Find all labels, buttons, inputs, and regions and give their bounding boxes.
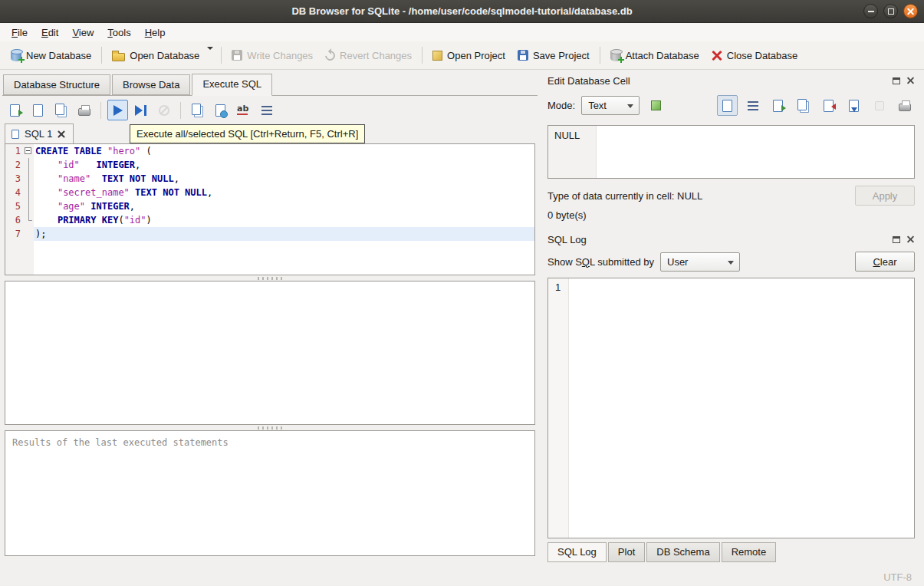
print-sql-button[interactable] [74,100,94,120]
dock-tab-remote[interactable]: Remote [722,542,777,562]
fold-column [24,158,34,172]
code-line: "id" INTEGER, [34,158,534,172]
new-database-button[interactable]: New Database [5,46,97,65]
menu-item-tools[interactable]: Tools [100,25,137,41]
float-dock-icon[interactable] [893,236,900,243]
editor-line[interactable]: 1CREATE TABLE "hero" ( [5,144,534,158]
set-null-button [869,95,889,116]
sql-editor-tab[interactable]: SQL 1 [5,123,74,143]
results-grid[interactable] [5,281,535,425]
close-dock-icon[interactable] [906,235,915,244]
tab-browse-data[interactable]: Browse Data [112,74,190,95]
write-changes-icon [232,50,242,61]
chevron-down-icon [207,47,213,61]
export-cell-button[interactable] [818,95,839,116]
clear-log-label: Clear [873,256,896,268]
editor-line[interactable]: 4 "secret_name" TEXT NOT NULL, [5,186,534,199]
open-project-button[interactable]: Open Project [426,46,511,65]
splitter-handle[interactable] [2,425,538,430]
save-results-button[interactable] [187,100,208,120]
code-line: CREATE TABLE "hero" ( [34,144,534,158]
print-cell-button[interactable] [894,95,915,116]
open-project-icon [432,51,442,61]
maximize-button[interactable] [883,4,898,18]
close-tab-icon[interactable] [58,130,65,138]
close-database-label: Close Database [727,50,798,61]
tab-database-structure[interactable]: Database Structure [3,74,110,95]
edit-cell-header: Edit Database Cell [547,72,915,89]
minimize-button[interactable] [863,4,878,18]
app-window: DB Browser for SQLite - /home/user/code/… [0,0,924,586]
open-database-button[interactable]: Open Database [106,45,206,65]
save-sql-as-button[interactable] [51,100,71,120]
save-project-label: Save Project [533,50,590,61]
mode-select[interactable]: Text [581,96,640,115]
clear-log-button[interactable]: Clear [855,252,915,272]
save-project-button[interactable]: Save Project [511,46,596,65]
edit-cell-title: Edit Database Cell [547,75,886,87]
stop-execution-icon [159,105,169,116]
fold-column [24,213,34,227]
text-mode-button[interactable] [717,95,738,116]
sql-editor-tab-label: SQL 1 [25,128,52,140]
menu-item-file[interactable]: File [5,25,35,41]
tab-execute-sql[interactable]: Execute SQL [192,74,272,96]
stop-execution-button [153,100,174,120]
write-changes-label: Write Changes [247,50,313,61]
revert-changes-button: Revert Changes [319,46,418,65]
code-line: PRIMARY KEY("id") [34,213,534,227]
word-wrap-button[interactable] [742,95,763,116]
menu-item-help[interactable]: Help [138,25,173,41]
new-database-label: New Database [26,50,91,61]
execute-current-line-button[interactable] [130,100,151,120]
sql-editor[interactable]: 1CREATE TABLE "hero" (2 "id" INTEGER,3 "… [5,143,535,275]
open-sql-file-button[interactable] [5,100,25,120]
auto-switch-icon [651,100,661,110]
format-sql-button[interactable] [256,100,277,120]
toolbar-separator [600,47,600,64]
save-sql-file-button[interactable] [28,100,48,120]
editor-line[interactable]: 7); [5,227,534,241]
open-database-icon [112,53,125,61]
fold-marker-icon[interactable] [25,147,31,154]
log-line-number: 1 [555,281,561,293]
toolbar-separator [221,47,222,64]
find-replace-button[interactable] [233,100,254,120]
dock-tab-sql-log[interactable]: SQL Log [547,542,607,562]
results-placeholder: Results of the last executed statements [12,437,229,448]
sql-log-filter-select[interactable]: User [660,252,740,272]
float-dock-icon[interactable] [893,77,900,84]
fold-column [24,186,34,199]
editor-line[interactable]: 2 "id" INTEGER, [5,158,534,172]
editor-line[interactable]: 6 PRIMARY KEY("id") [5,213,534,227]
write-changes-button: Write Changes [225,46,319,65]
sql-log-area[interactable]: 1 [547,278,915,538]
menu-item-edit[interactable]: Edit [35,25,65,41]
auto-switch-mode-button[interactable] [646,95,666,116]
sql-log-title: SQL Log [547,234,886,245]
main-tabs: Database StructureBrowse DataExecute SQL [0,74,540,95]
cell-type-info: Type of data currently in cell: NULL [547,190,855,202]
splitter-handle[interactable] [2,275,538,281]
sql-log-filter-row: Show SQL submitted by User Clear [547,252,915,272]
dock-tab-db-schema[interactable]: DB Schema [646,542,719,562]
open-file-in-cell-button[interactable] [768,95,788,116]
close-button[interactable] [903,4,918,18]
editor-line[interactable]: 5 "age" INTEGER, [5,199,534,213]
find-replace-icon [237,105,250,115]
import-cell-button[interactable] [843,95,864,116]
export-results-button[interactable] [210,100,231,120]
copy-cell-button[interactable] [793,95,814,116]
results-message-area[interactable]: Results of the last executed statements [5,430,535,556]
cell-editor[interactable]: NULL [547,125,915,179]
menu-item-view[interactable]: View [65,25,100,41]
dock-tab-plot[interactable]: Plot [608,542,645,562]
edit-cell-toolbar: Mode: Text [547,95,915,116]
execute-all-button[interactable] [107,100,128,120]
close-dock-icon[interactable] [906,77,915,85]
editor-line[interactable]: 3 "name" TEXT NOT NULL, [5,172,534,186]
import-cell-icon [849,100,859,112]
open-database-dropdown-button[interactable] [206,45,217,65]
attach-database-button[interactable]: Attach Database [604,46,705,65]
close-database-button[interactable]: Close Database [705,46,804,65]
